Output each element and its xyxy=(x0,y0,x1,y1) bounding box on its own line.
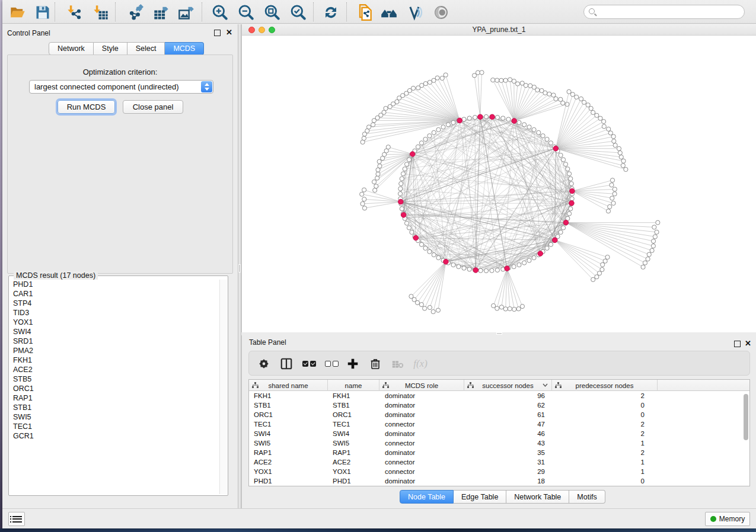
export-network-button[interactable] xyxy=(127,4,143,21)
float-panel-icon[interactable] xyxy=(214,30,221,36)
table-row[interactable]: ORC1ORC1dominator610 xyxy=(249,410,749,419)
table-cell-predecessor-nodes: 2 xyxy=(552,429,658,438)
deselect-all-columns-button[interactable] xyxy=(325,357,338,370)
mcds-result-node[interactable]: TEC1 xyxy=(9,422,220,431)
network-graph[interactable] xyxy=(242,36,756,332)
select-all-columns-button[interactable] xyxy=(302,357,315,370)
tab-mcds[interactable]: MCDS xyxy=(165,42,204,55)
splitter-grip[interactable] xyxy=(238,264,241,273)
add-column-button[interactable] xyxy=(346,357,359,370)
mcds-result-node[interactable]: TID3 xyxy=(9,308,220,318)
column-header-shared-name[interactable]: shared name xyxy=(249,380,328,391)
zoom-selected-button[interactable] xyxy=(289,4,306,21)
plus-icon xyxy=(346,357,359,370)
mcds-result-node[interactable]: GCR1 xyxy=(9,431,220,441)
table-cell-shared-name: PHD1 xyxy=(249,476,328,486)
tab-network[interactable]: Network xyxy=(49,42,94,55)
mcds-result-scrollbar[interactable] xyxy=(219,280,227,494)
import-network-button[interactable] xyxy=(66,4,83,21)
mcds-result-node[interactable]: ACE2 xyxy=(9,365,220,374)
tab-motifs[interactable]: Motifs xyxy=(569,490,605,504)
show-column-panel-button[interactable] xyxy=(280,357,293,370)
float-table-panel-icon[interactable] xyxy=(734,341,741,347)
tab-network-table[interactable]: Network Table xyxy=(506,490,569,504)
delete-table-button[interactable] xyxy=(391,357,404,370)
graphics-details-icon xyxy=(407,4,423,21)
memory-button[interactable]: Memory xyxy=(705,512,750,526)
splitter-grip[interactable] xyxy=(496,332,502,335)
tab-style[interactable]: Style xyxy=(94,42,127,55)
column-header-name[interactable]: name xyxy=(328,380,379,391)
table-cell-successor-nodes: 62 xyxy=(464,400,552,410)
mcds-result-node[interactable]: SWI4 xyxy=(9,327,220,336)
open-file-button[interactable] xyxy=(9,4,26,21)
mcds-result-node[interactable]: CAR1 xyxy=(9,289,220,299)
delete-columns-button[interactable] xyxy=(369,357,382,370)
hide-graphics-details-button[interactable] xyxy=(433,4,449,21)
list-icon xyxy=(12,516,22,523)
table-row[interactable]: ACE2ACE2connector311 xyxy=(249,457,749,467)
tab-select[interactable]: Select xyxy=(127,42,165,55)
mcds-result-node[interactable]: STB1 xyxy=(9,403,220,412)
status-bar: Memory xyxy=(2,508,756,528)
export-table-icon xyxy=(153,4,170,21)
mcds-result-node[interactable]: SWI5 xyxy=(9,412,220,422)
export-image-button[interactable] xyxy=(178,4,194,21)
table-row[interactable]: TEC1TEC1connector472 xyxy=(249,419,749,429)
import-table-button[interactable] xyxy=(92,4,109,21)
mcds-result-node[interactable]: PMA2 xyxy=(9,346,220,355)
criterion-dropdown[interactable]: largest connected component (undirected) xyxy=(29,80,213,94)
apply-layout-button[interactable] xyxy=(323,4,339,21)
memory-label: Memory xyxy=(719,515,745,523)
export-table-button[interactable] xyxy=(153,4,170,21)
close-table-panel-icon[interactable]: ✕ xyxy=(745,339,751,348)
zoom-in-button[interactable] xyxy=(211,4,228,21)
table-settings-button[interactable] xyxy=(257,357,270,370)
tab-node-table[interactable]: Node Table xyxy=(400,490,454,504)
search-input[interactable] xyxy=(598,6,741,18)
mcds-result-node[interactable]: PHD1 xyxy=(9,280,220,289)
new-network-from-selection-button[interactable] xyxy=(356,4,372,21)
mcds-result-node[interactable]: STP4 xyxy=(9,299,220,308)
table-scrollbar[interactable] xyxy=(742,392,749,486)
find-button[interactable] xyxy=(381,4,397,21)
table-cell-name: PHD1 xyxy=(328,476,379,486)
mcds-result-node[interactable]: YOX1 xyxy=(9,318,220,327)
function-builder-button[interactable]: f(x) xyxy=(414,357,427,370)
mcds-result-node[interactable]: FKH1 xyxy=(9,355,220,365)
close-panel-button[interactable]: Close panel xyxy=(123,100,183,114)
show-graphics-details-button[interactable] xyxy=(407,4,423,21)
sort-desc-icon xyxy=(543,383,548,387)
mcds-result-node[interactable]: SRD1 xyxy=(9,336,220,346)
mcds-result-node[interactable]: ORC1 xyxy=(9,384,220,393)
table-body[interactable]: FKH1FKH1dominator962STB1STB1dominator620… xyxy=(249,391,749,486)
column-header-predecessor-nodes[interactable]: predecessor nodes xyxy=(552,380,658,391)
table-row[interactable]: YOX1YOX1connector291 xyxy=(249,467,749,476)
scrollbar-thumb[interactable] xyxy=(744,394,748,440)
table-row[interactable]: RAP1RAP1dominator352 xyxy=(249,448,749,457)
run-mcds-button[interactable]: Run MCDS xyxy=(58,100,115,114)
table-cell-name: SWI4 xyxy=(328,429,379,438)
column-header-mcds-role[interactable]: MCDS role xyxy=(379,380,464,391)
table-cell-predecessor-nodes: 2 xyxy=(552,391,658,400)
show-log-button[interactable] xyxy=(8,512,25,526)
zoom-out-button[interactable] xyxy=(237,4,254,21)
table-cell-shared-name: RAP1 xyxy=(249,448,328,457)
table-row[interactable]: SWI4SWI4dominator462 xyxy=(249,429,749,438)
table-row[interactable]: FKH1FKH1dominator962 xyxy=(249,391,749,400)
table-row[interactable]: SWI5SWI5connector431 xyxy=(249,438,749,448)
column-header-successor-nodes[interactable]: successor nodes xyxy=(464,380,552,391)
mcds-result-node[interactable]: RAP1 xyxy=(9,393,220,403)
table-row[interactable]: PHD1PHD1dominator180 xyxy=(249,476,749,486)
save-session-button[interactable] xyxy=(34,4,51,21)
zoom-fit-button[interactable] xyxy=(263,4,280,21)
mcds-result-node[interactable]: STB5 xyxy=(9,374,220,384)
network-window-titlebar[interactable]: YPA_prune.txt_1 xyxy=(242,24,756,36)
table-cell-shared-name: STB1 xyxy=(249,400,328,410)
table-row[interactable]: STB1STB1dominator620 xyxy=(249,400,749,410)
tree-icon xyxy=(382,382,389,389)
close-panel-icon[interactable]: ✕ xyxy=(226,28,232,37)
network-canvas[interactable] xyxy=(242,36,756,332)
mcds-result-list[interactable]: PHD1CAR1STP4TID3YOX1SWI4SRD1PMA2FKH1ACE2… xyxy=(9,280,220,494)
tab-edge-table[interactable]: Edge Table xyxy=(454,490,506,504)
